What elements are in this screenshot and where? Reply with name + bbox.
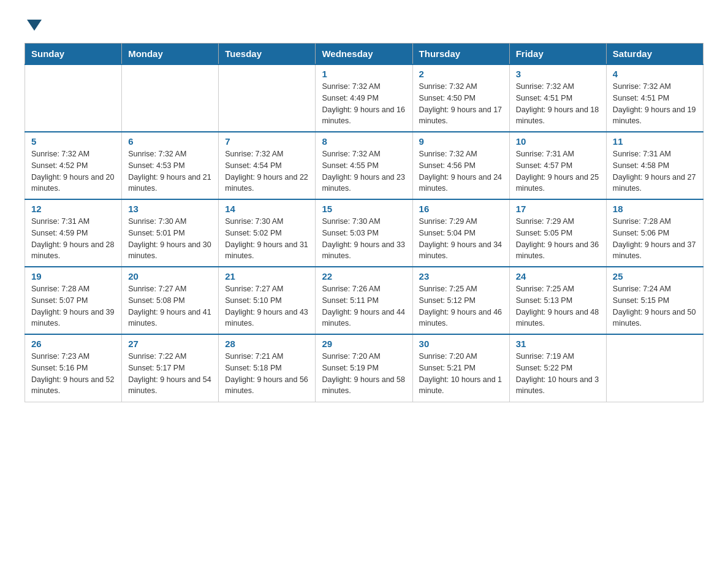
- calendar-cell: 8Sunrise: 7:32 AMSunset: 4:55 PMDaylight…: [316, 132, 412, 199]
- day-number: 31: [516, 339, 600, 349]
- col-tuesday: Tuesday: [219, 44, 316, 65]
- calendar-body: 1Sunrise: 7:32 AMSunset: 4:49 PMDaylight…: [25, 64, 703, 402]
- page-header: [25, 18, 703, 31]
- calendar-week-row: 5Sunrise: 7:32 AMSunset: 4:52 PMDaylight…: [25, 132, 703, 199]
- calendar-cell: [122, 64, 219, 132]
- calendar-cell: 11Sunrise: 7:31 AMSunset: 4:58 PMDayligh…: [606, 132, 703, 199]
- day-number: 19: [31, 271, 115, 282]
- calendar-cell: 27Sunrise: 7:22 AMSunset: 5:17 PMDayligh…: [122, 334, 219, 402]
- calendar-cell: 14Sunrise: 7:30 AMSunset: 5:02 PMDayligh…: [219, 199, 316, 267]
- calendar-cell: 20Sunrise: 7:27 AMSunset: 5:08 PMDayligh…: [122, 267, 219, 334]
- day-info: Sunrise: 7:23 AMSunset: 5:16 PMDaylight:…: [31, 351, 115, 397]
- day-number: 30: [419, 339, 503, 349]
- calendar-cell: [25, 64, 122, 132]
- day-info: Sunrise: 7:22 AMSunset: 5:17 PMDaylight:…: [128, 351, 212, 397]
- day-info: Sunrise: 7:32 AMSunset: 4:51 PMDaylight:…: [516, 81, 600, 127]
- day-number: 18: [613, 204, 697, 214]
- day-number: 21: [225, 271, 309, 282]
- calendar-cell: 3Sunrise: 7:32 AMSunset: 4:51 PMDaylight…: [509, 64, 606, 132]
- day-number: 5: [31, 136, 115, 147]
- day-number: 2: [419, 69, 503, 79]
- day-number: 6: [128, 136, 212, 147]
- calendar-cell: 29Sunrise: 7:20 AMSunset: 5:19 PMDayligh…: [316, 334, 412, 402]
- day-number: 8: [322, 136, 406, 147]
- col-wednesday: Wednesday: [316, 44, 412, 65]
- calendar-cell: 31Sunrise: 7:19 AMSunset: 5:22 PMDayligh…: [509, 334, 606, 402]
- calendar-cell: 6Sunrise: 7:32 AMSunset: 4:53 PMDaylight…: [122, 132, 219, 199]
- day-info: Sunrise: 7:32 AMSunset: 4:51 PMDaylight:…: [613, 81, 697, 127]
- day-number: 14: [225, 204, 309, 214]
- calendar-cell: 9Sunrise: 7:32 AMSunset: 4:56 PMDaylight…: [412, 132, 509, 199]
- day-number: 28: [225, 339, 309, 349]
- col-thursday: Thursday: [412, 44, 509, 65]
- day-number: 17: [516, 204, 600, 214]
- day-number: 26: [31, 339, 115, 349]
- day-number: 22: [322, 271, 406, 282]
- day-info: Sunrise: 7:32 AMSunset: 4:49 PMDaylight:…: [322, 81, 406, 127]
- day-info: Sunrise: 7:30 AMSunset: 5:03 PMDaylight:…: [322, 216, 406, 262]
- logo-arrow-icon: [27, 20, 42, 31]
- day-info: Sunrise: 7:32 AMSunset: 4:52 PMDaylight:…: [31, 148, 115, 194]
- day-info: Sunrise: 7:20 AMSunset: 5:21 PMDaylight:…: [419, 351, 503, 397]
- day-info: Sunrise: 7:25 AMSunset: 5:13 PMDaylight:…: [516, 283, 600, 329]
- calendar-cell: 13Sunrise: 7:30 AMSunset: 5:01 PMDayligh…: [122, 199, 219, 267]
- day-number: 24: [516, 271, 600, 282]
- calendar-cell: 19Sunrise: 7:28 AMSunset: 5:07 PMDayligh…: [25, 267, 122, 334]
- calendar-header-row: Sunday Monday Tuesday Wednesday Thursday…: [25, 44, 703, 65]
- day-info: Sunrise: 7:19 AMSunset: 5:22 PMDaylight:…: [516, 351, 600, 397]
- day-info: Sunrise: 7:24 AMSunset: 5:15 PMDaylight:…: [613, 283, 697, 329]
- calendar-cell: 21Sunrise: 7:27 AMSunset: 5:10 PMDayligh…: [219, 267, 316, 334]
- day-number: 1: [322, 69, 406, 79]
- day-number: 7: [225, 136, 309, 147]
- calendar-cell: 24Sunrise: 7:25 AMSunset: 5:13 PMDayligh…: [509, 267, 606, 334]
- calendar-cell: 7Sunrise: 7:32 AMSunset: 4:54 PMDaylight…: [219, 132, 316, 199]
- day-number: 10: [516, 136, 600, 147]
- day-info: Sunrise: 7:31 AMSunset: 4:59 PMDaylight:…: [31, 216, 115, 262]
- day-number: 9: [419, 136, 503, 147]
- logo: [25, 18, 44, 31]
- day-number: 25: [613, 271, 697, 282]
- calendar-cell: 12Sunrise: 7:31 AMSunset: 4:59 PMDayligh…: [25, 199, 122, 267]
- day-number: 29: [322, 339, 406, 349]
- day-info: Sunrise: 7:29 AMSunset: 5:05 PMDaylight:…: [516, 216, 600, 262]
- day-number: 11: [613, 136, 697, 147]
- day-info: Sunrise: 7:32 AMSunset: 4:53 PMDaylight:…: [128, 148, 212, 194]
- calendar-cell: 30Sunrise: 7:20 AMSunset: 5:21 PMDayligh…: [412, 334, 509, 402]
- day-info: Sunrise: 7:30 AMSunset: 5:01 PMDaylight:…: [128, 216, 212, 262]
- calendar-cell: 5Sunrise: 7:32 AMSunset: 4:52 PMDaylight…: [25, 132, 122, 199]
- calendar-week-row: 26Sunrise: 7:23 AMSunset: 5:16 PMDayligh…: [25, 334, 703, 402]
- day-info: Sunrise: 7:31 AMSunset: 4:57 PMDaylight:…: [516, 148, 600, 194]
- day-info: Sunrise: 7:25 AMSunset: 5:12 PMDaylight:…: [419, 283, 503, 329]
- col-friday: Friday: [509, 44, 606, 65]
- day-info: Sunrise: 7:32 AMSunset: 4:54 PMDaylight:…: [225, 148, 309, 194]
- day-info: Sunrise: 7:28 AMSunset: 5:07 PMDaylight:…: [31, 283, 115, 329]
- day-number: 23: [419, 271, 503, 282]
- day-number: 16: [419, 204, 503, 214]
- day-info: Sunrise: 7:27 AMSunset: 5:08 PMDaylight:…: [128, 283, 212, 329]
- day-number: 4: [613, 69, 697, 79]
- calendar-week-row: 19Sunrise: 7:28 AMSunset: 5:07 PMDayligh…: [25, 267, 703, 334]
- calendar-cell: 4Sunrise: 7:32 AMSunset: 4:51 PMDaylight…: [606, 64, 703, 132]
- calendar-cell: 16Sunrise: 7:29 AMSunset: 5:04 PMDayligh…: [412, 199, 509, 267]
- calendar-cell: 28Sunrise: 7:21 AMSunset: 5:18 PMDayligh…: [219, 334, 316, 402]
- day-info: Sunrise: 7:28 AMSunset: 5:06 PMDaylight:…: [613, 216, 697, 262]
- day-info: Sunrise: 7:32 AMSunset: 4:55 PMDaylight:…: [322, 148, 406, 194]
- calendar-cell: 2Sunrise: 7:32 AMSunset: 4:50 PMDaylight…: [412, 64, 509, 132]
- calendar-cell: 23Sunrise: 7:25 AMSunset: 5:12 PMDayligh…: [412, 267, 509, 334]
- day-number: 20: [128, 271, 212, 282]
- calendar-cell: 25Sunrise: 7:24 AMSunset: 5:15 PMDayligh…: [606, 267, 703, 334]
- calendar-cell: 15Sunrise: 7:30 AMSunset: 5:03 PMDayligh…: [316, 199, 412, 267]
- calendar-week-row: 1Sunrise: 7:32 AMSunset: 4:49 PMDaylight…: [25, 64, 703, 132]
- calendar-cell: 10Sunrise: 7:31 AMSunset: 4:57 PMDayligh…: [509, 132, 606, 199]
- day-info: Sunrise: 7:32 AMSunset: 4:50 PMDaylight:…: [419, 81, 503, 127]
- day-info: Sunrise: 7:26 AMSunset: 5:11 PMDaylight:…: [322, 283, 406, 329]
- col-sunday: Sunday: [25, 44, 122, 65]
- calendar-cell: 18Sunrise: 7:28 AMSunset: 5:06 PMDayligh…: [606, 199, 703, 267]
- day-info: Sunrise: 7:20 AMSunset: 5:19 PMDaylight:…: [322, 351, 406, 397]
- calendar-cell: 26Sunrise: 7:23 AMSunset: 5:16 PMDayligh…: [25, 334, 122, 402]
- calendar-week-row: 12Sunrise: 7:31 AMSunset: 4:59 PMDayligh…: [25, 199, 703, 267]
- day-info: Sunrise: 7:21 AMSunset: 5:18 PMDaylight:…: [225, 351, 309, 397]
- day-info: Sunrise: 7:29 AMSunset: 5:04 PMDaylight:…: [419, 216, 503, 262]
- calendar-cell: [219, 64, 316, 132]
- calendar-cell: 1Sunrise: 7:32 AMSunset: 4:49 PMDaylight…: [316, 64, 412, 132]
